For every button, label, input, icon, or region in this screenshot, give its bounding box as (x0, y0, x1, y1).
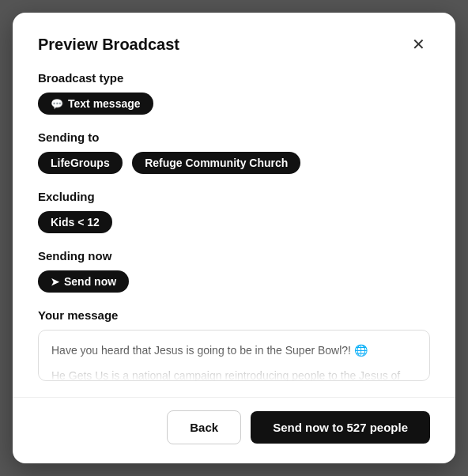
modal-overlay: Preview Broadcast ✕ Broadcast type 💬 Tex… (0, 0, 468, 476)
send-now-icon: ➤ (51, 276, 59, 288)
sending-now-label: Sending now (38, 249, 430, 263)
close-button[interactable]: ✕ (407, 35, 430, 54)
excluding-tag-kids: Kids < 12 (38, 211, 112, 233)
modal-content: Broadcast type 💬 Text message Sending to… (38, 71, 430, 397)
modal-header: Preview Broadcast ✕ (38, 35, 430, 54)
your-message-section: Your message Have you heard that Jesus i… (38, 308, 430, 381)
refuge-label: Refuge Community Church (145, 157, 288, 169)
your-message-label: Your message (38, 308, 430, 322)
sending-to-tag-lifegroups: LifeGroups (38, 152, 123, 174)
send-now-button[interactable]: Send now to 527 people (251, 411, 430, 444)
sending-to-section: Sending to LifeGroups Refuge Community C… (38, 130, 430, 174)
broadcast-type-section: Broadcast type 💬 Text message (38, 71, 430, 115)
broadcast-type-tag-text: Text message (68, 97, 141, 110)
message-text: Have you heard that Jesus is going to be… (51, 342, 417, 381)
modal-footer: Back Send now to 527 people (38, 398, 430, 463)
back-button[interactable]: Back (167, 410, 241, 444)
broadcast-type-tag: 💬 Text message (38, 93, 153, 115)
modal-title: Preview Broadcast (38, 36, 179, 54)
text-message-icon: 💬 (51, 98, 63, 110)
broadcast-type-label: Broadcast type (38, 71, 430, 85)
sending-to-tag-refuge: Refuge Community Church (132, 152, 300, 174)
excluding-section: Excluding Kids < 12 (38, 190, 430, 233)
send-now-tag: ➤ Send now (38, 270, 129, 293)
message-paragraph-2: He Gets Us is a national campaign reintr… (51, 367, 417, 381)
message-paragraph-1: Have you heard that Jesus is going to be… (51, 342, 417, 359)
sending-to-label: Sending to (38, 130, 430, 144)
kids-label: Kids < 12 (51, 216, 100, 229)
excluding-label: Excluding (38, 190, 430, 203)
lifegroups-label: LifeGroups (51, 157, 110, 169)
sending-now-section: Sending now ➤ Send now (38, 249, 430, 293)
message-box: Have you heard that Jesus is going to be… (38, 330, 430, 381)
modal-container: Preview Broadcast ✕ Broadcast type 💬 Tex… (13, 13, 455, 463)
send-now-text: Send now (64, 275, 116, 288)
